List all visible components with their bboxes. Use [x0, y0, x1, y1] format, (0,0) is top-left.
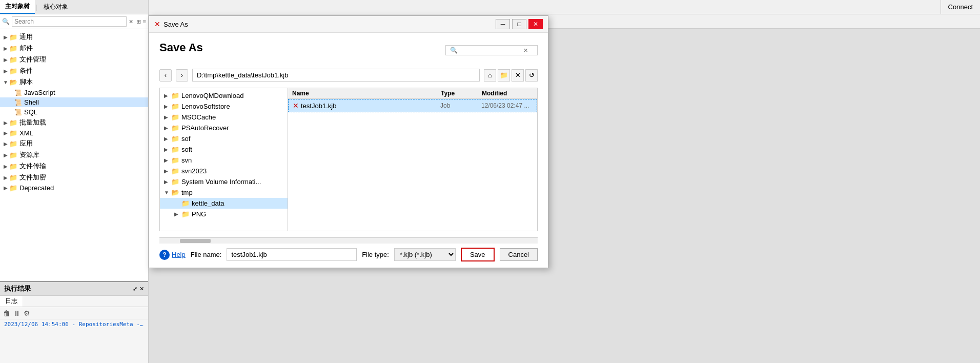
dialog-refresh-btn[interactable]: ↺	[525, 69, 538, 82]
tree-item-shell[interactable]: 📜 Shell	[0, 97, 148, 107]
tree-item-jiaonb[interactable]: ▼ 📂 脚本	[0, 76, 148, 88]
tab-core-objects[interactable]: 核心对象	[38, 1, 73, 13]
arrow-tongyong: ▶	[2, 34, 9, 40]
dialog-close-button[interactable]: ✕	[528, 19, 543, 29]
dialog-back-button[interactable]: ‹	[159, 69, 172, 82]
arrow-wenjian: ▶	[2, 57, 9, 63]
tree-label-javascript: JavaScript	[24, 89, 55, 96]
folder-icon: 📁	[9, 140, 17, 148]
dialog-search-clear-icon[interactable]: ✕	[523, 47, 528, 54]
arrow-sof: ▶	[164, 136, 171, 142]
folder-icon: 📂	[9, 78, 17, 86]
folder-label-png: PNG	[192, 210, 206, 218]
dialog-title-text: Save As	[164, 21, 496, 28]
file-name-label: File name:	[191, 251, 222, 258]
folder-icon: 📁	[9, 45, 17, 52]
expand-bottom-icon[interactable]: ⤢	[133, 286, 137, 292]
log-text: 2023/12/06 14:54:06 - RepositoriesMeta -…	[0, 320, 148, 329]
clear-log-icon[interactable]: 🗑	[3, 309, 10, 317]
folder-icon: 📁	[171, 103, 179, 110]
search-input[interactable]	[12, 16, 127, 27]
tree-label-jiaonb: 脚本	[19, 77, 33, 87]
tree-item-wenjian[interactable]: ▶ 📁 文件管理	[0, 54, 148, 65]
expand-icon[interactable]: ⊞	[136, 18, 141, 25]
tree-item-yingyong[interactable]: ▶ 📁 应用	[0, 138, 148, 149]
folder-item-lenovoqm[interactable]: ▶ 📁 LenovoQMDownload	[160, 90, 288, 101]
header-name: Name	[292, 90, 441, 97]
file-name-input[interactable]	[227, 248, 357, 261]
tree-item-jiami[interactable]: ▶ 📁 文件加密	[0, 172, 148, 183]
save-button[interactable]: Save	[461, 248, 495, 261]
file-browser-scrollbar[interactable]	[159, 237, 538, 244]
collapse-icon[interactable]: ≡	[143, 18, 146, 25]
tree-item-xml[interactable]: ▶ 📁 XML	[0, 128, 148, 138]
cancel-button[interactable]: Cancel	[500, 248, 538, 261]
clear-search-icon[interactable]: ✕	[129, 18, 133, 25]
dialog-folder-icon-btn[interactable]: 📁	[498, 69, 510, 82]
tree-label-yingyong: 应用	[19, 139, 33, 148]
folder-item-sof[interactable]: ▶ 📁 sof	[160, 133, 288, 144]
tree-item-ziyuanku[interactable]: ▶ 📁 资源库	[0, 149, 148, 160]
tree-item-deprecated[interactable]: ▶ 📁 Deprecated	[0, 183, 148, 193]
dialog-controls: ─ □ ✕	[496, 19, 543, 29]
file-list-header: Name Type Modified	[288, 88, 537, 99]
folder-item-msocache[interactable]: ▶ 📁 MSOCache	[160, 112, 288, 123]
tree-item-piliang[interactable]: ▶ 📁 批量加载	[0, 117, 148, 128]
tree-label-xml: XML	[19, 129, 33, 137]
arrow-yingyong: ▶	[2, 141, 9, 147]
file-name-col: ✕ testJob1.kjb	[293, 102, 440, 110]
folder-item-png[interactable]: ▶ 📁 PNG	[160, 209, 288, 219]
tab-main-objects[interactable]: 主对象树	[0, 0, 35, 14]
folder-item-psauto[interactable]: ▶ 📁 PSAutoRecover	[160, 123, 288, 133]
tree-item-youjian[interactable]: ▶ 📁 邮件	[0, 43, 148, 54]
arrow-png: ▶	[174, 211, 181, 217]
folder-item-sysvolinfo[interactable]: ▶ 📁 System Volume Informati...	[160, 176, 288, 187]
header-type: Type	[441, 90, 482, 97]
tab-log[interactable]: 日志	[0, 296, 23, 307]
folder-icon: 📁	[9, 174, 17, 182]
connect-button[interactable]: Connect	[941, 0, 980, 14]
dialog-home-icon-btn[interactable]: ⌂	[484, 69, 496, 82]
folder-item-lenovosoft[interactable]: ▶ 📁 LenovoSoftstore	[160, 101, 288, 112]
folder-item-soft[interactable]: ▶ 📁 soft	[160, 144, 288, 155]
settings-icon[interactable]: ⚙	[24, 309, 30, 317]
folder-label-sysvolinfo: System Volume Informati...	[181, 178, 261, 186]
dialog-maximize-button[interactable]: □	[512, 19, 526, 29]
file-type-label: File type:	[362, 251, 389, 258]
dialog-path-input[interactable]	[192, 69, 480, 82]
tree-label-tongyong: 通用	[19, 32, 33, 42]
arrow-xml: ▶	[2, 130, 9, 136]
dialog-search-input[interactable]	[460, 47, 521, 54]
folder-item-svn2023[interactable]: ▶ 📁 svn2023	[160, 166, 288, 176]
pause-icon[interactable]: ⏸	[13, 309, 21, 317]
tree-item-sql[interactable]: 📜 SQL	[0, 107, 148, 117]
tree-item-tongyong[interactable]: ▶ 📁 通用	[0, 31, 148, 43]
script-icon: 📜	[14, 109, 22, 116]
close-bottom-icon[interactable]: ✕	[139, 286, 144, 292]
folder-item-tmp[interactable]: ▼ 📂 tmp	[160, 187, 288, 198]
folder-icon: 📁	[9, 56, 17, 64]
sidebar-tree: ▶ 📁 通用 ▶ 📁 邮件 ▶ 📁 文件管理 ▶ 📁 条件	[0, 29, 148, 281]
dialog-close-path-btn[interactable]: ✕	[512, 69, 524, 82]
arrow-psauto: ▶	[164, 125, 171, 131]
tree-item-chuanshu[interactable]: ▶ 📁 文件传输	[0, 160, 148, 172]
file-list: Name Type Modified ✕ testJob1.kjb Job 12…	[288, 88, 537, 231]
dialog-forward-button[interactable]: ›	[176, 69, 188, 82]
folder-label-msocache: MSOCache	[181, 113, 216, 121]
file-modified-col: 12/06/23 02:47 ...	[481, 102, 533, 109]
folder-icon: 📁	[9, 67, 17, 75]
help-label: Help	[172, 251, 186, 258]
help-button[interactable]: ? Help	[159, 250, 186, 260]
folder-item-kettledata[interactable]: 📁 kettle_data	[160, 198, 288, 209]
dialog-search-box: 🔍 ✕	[445, 45, 538, 55]
bottom-toolbar: 🗑 ⏸ ⚙	[0, 307, 148, 320]
folder-item-svn[interactable]: ▶ 📁 svn	[160, 155, 288, 166]
arrow-svn2023: ▶	[164, 168, 171, 174]
arrow-tmp: ▼	[164, 190, 171, 195]
file-type-select[interactable]: *.kjb (*.kjb)	[394, 248, 456, 261]
arrow-msocache: ▶	[164, 114, 171, 120]
tree-item-javascript[interactable]: 📜 JavaScript	[0, 88, 148, 97]
dialog-minimize-button[interactable]: ─	[496, 19, 510, 29]
tree-item-tiaojian[interactable]: ▶ 📁 条件	[0, 65, 148, 76]
file-row-testjob1[interactable]: ✕ testJob1.kjb Job 12/06/23 02:47 ...	[288, 99, 537, 112]
